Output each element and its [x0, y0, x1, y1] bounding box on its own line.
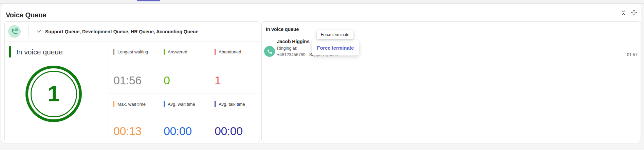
stat-accent-bar: [113, 101, 114, 107]
panel-body: In voice queue 1 Longest waiting 01:56: [5, 41, 260, 142]
stat-value: 0: [164, 74, 208, 86]
card-title: Voice Queue: [6, 11, 47, 19]
queue-stats-panel: Support Queue, Development Queue, HR Que…: [4, 21, 260, 142]
stat-max-wait-time: Max. wait time 00:13: [109, 94, 159, 142]
collapse-icon[interactable]: [620, 9, 627, 16]
active-tab-indicator: [137, 0, 160, 1]
call-duration: 01:57: [627, 52, 638, 57]
stat-value: 1: [215, 74, 258, 86]
stat-accent-bar: [215, 101, 216, 107]
caller-name: Jacob Higgins: [277, 39, 310, 44]
gauge-circle: 1: [25, 66, 82, 122]
divider: [51, 146, 51, 150]
stats-grid: Longest waiting 01:56 Answered 0 Abandon…: [109, 41, 260, 142]
stat-avg-talk-time: Avg. talk time 00:00: [210, 94, 260, 142]
voice-queue-phone-chat-icon: [8, 25, 21, 38]
stat-avg-wait-time: Avg. wait time 00:00: [159, 94, 210, 142]
list-title: In voice queue: [266, 27, 299, 32]
queue-selector[interactable]: Support Queue, Development Queue, HR Que…: [5, 22, 260, 41]
voice-queue-card: Voice Queue: [1, 4, 641, 143]
stat-value: 01:56: [113, 74, 157, 86]
force-terminate-tooltip: Force terminate: [317, 30, 353, 39]
caller-phone-number: +48123456789: [277, 52, 306, 57]
caller-status: Ringing at:: [277, 46, 297, 51]
stat-longest-waiting: Longest waiting 01:56: [109, 41, 159, 94]
card-actions: [620, 9, 637, 16]
stat-accent-bar: [113, 49, 114, 55]
chevron-down-icon[interactable]: [36, 29, 42, 34]
stat-accent-bar: [164, 101, 165, 107]
stat-accent-bar: [164, 49, 165, 55]
gauge-accent-bar: [9, 46, 11, 57]
queue-selector-label: Support Queue, Development Queue, HR Que…: [45, 29, 198, 34]
move-icon[interactable]: [630, 9, 637, 16]
voice-queue-page: { "colors": { "brand_purple": "#5b5fc7",…: [0, 0, 644, 150]
divider: [28, 26, 29, 37]
in-voice-queue-gauge: In voice queue 1: [5, 41, 109, 142]
stat-abandoned: Abandoned 1: [210, 41, 260, 94]
stat-value: 00:00: [164, 125, 208, 137]
stat-answered: Answered 0: [159, 41, 210, 94]
force-terminate-button[interactable]: Force terminate: [312, 40, 359, 55]
top-edge-strip: [0, 0, 644, 4]
stat-value: 00:13: [113, 125, 157, 137]
gauge-value: 1: [48, 83, 60, 105]
in-voice-queue-list-panel: In voice queue Jacob Higgins Ringing at:…: [261, 21, 641, 142]
gauge-title: In voice queue: [16, 48, 63, 56]
caller-phone-icon: [264, 46, 275, 57]
stat-accent-bar: [215, 49, 216, 55]
stat-value: 00:00: [215, 125, 258, 137]
